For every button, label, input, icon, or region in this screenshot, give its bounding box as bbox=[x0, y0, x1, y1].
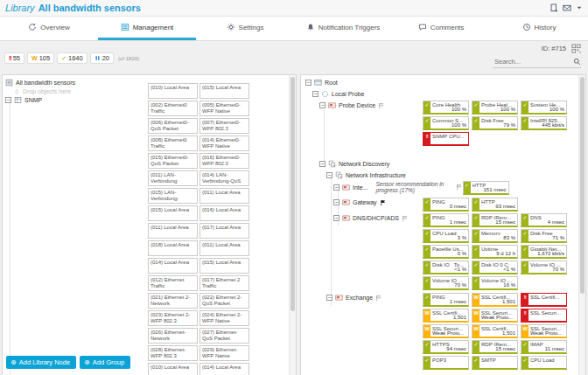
library-sensor-item[interactable]: (014) Local Area bbox=[200, 363, 249, 375]
tab-history[interactable]: History bbox=[490, 17, 588, 40]
library-sensor-item[interactable]: (007) Ethernet0-WFP 802.3 bbox=[200, 118, 249, 134]
library-sensor-item[interactable]: (015) LAN-Verbindung- bbox=[148, 188, 198, 204]
library-sensor-item[interactable]: (014) Ethernet0-WFP Native bbox=[200, 135, 249, 151]
library-sensor-item[interactable]: (012) Ethernet Traffic bbox=[148, 275, 198, 291]
collapse-icon[interactable]: − bbox=[333, 215, 340, 221]
tab-settings[interactable]: Settings bbox=[196, 17, 294, 40]
scrollbar-thumb[interactable] bbox=[290, 77, 295, 311]
sensor-https[interactable]: ✓HTTPS94 msec bbox=[423, 340, 469, 354]
library-sensor-item[interactable]: (015) Local Area bbox=[200, 258, 249, 274]
sensor-imap[interactable]: ✓IMAP11 msec bbox=[521, 340, 567, 354]
library-sensor-item[interactable]: (023) Ethernet 2-WFP 802.3 bbox=[148, 310, 198, 326]
sensor-uptime[interactable]: ✓Uptime9 d 12 h bbox=[472, 245, 518, 259]
status-count-up[interactable]: ✓1640 bbox=[57, 52, 88, 64]
status-count-down[interactable]: !!55 bbox=[4, 52, 24, 64]
library-scrollbar[interactable] bbox=[289, 75, 296, 375]
tree-node-dns-dhcp-ads[interactable]: −DNS/DHCP/ADS bbox=[304, 213, 423, 223]
library-sensor-item[interactable]: (010) Local Area bbox=[148, 363, 198, 375]
sensor-disk-free[interactable]: ✓Disk Free71 % bbox=[521, 229, 567, 243]
tree-node-inte[interactable]: −Inte...Sensor recommendation in progres… bbox=[304, 181, 463, 193]
sensor-http[interactable]: ✓HTTP93 msec bbox=[472, 198, 518, 212]
sensor-disk-free[interactable]: ✓Disk Free79 % bbox=[472, 116, 518, 130]
status-count-warning[interactable]: W105 bbox=[27, 52, 54, 64]
collapse-icon[interactable]: − bbox=[305, 80, 312, 86]
sensor-http[interactable]: ✓HTTP151 msec bbox=[463, 181, 509, 195]
library-sensor-item[interactable]: (016) Ethernet0-WFP 802.3 bbox=[200, 153, 249, 169]
scrollbar-thumb[interactable] bbox=[580, 77, 584, 294]
library-sensor-item[interactable]: (022) Ethernet 2-QoS Packet bbox=[200, 293, 249, 309]
library-sensor-item[interactable]: (028) Ethernet-WFP 802.3 bbox=[148, 345, 198, 361]
sensor-cpu-load[interactable]: ✓CPU Load3 % bbox=[423, 229, 469, 243]
library-sensor-item[interactable]: (015) Local Area bbox=[200, 83, 249, 99]
library-sensor-item[interactable]: (021) Ethernet 2-Network bbox=[148, 293, 198, 309]
flag-icon[interactable] bbox=[402, 215, 409, 222]
tab-notification-triggers[interactable]: Notification Triggers bbox=[294, 17, 392, 40]
sensor-volume-io[interactable]: ✓Volume IO ...70 % bbox=[423, 276, 469, 290]
library-sensor-item[interactable]: (014) LAN-Verbindung-QoS bbox=[200, 170, 249, 186]
collapse-icon[interactable]: − bbox=[319, 161, 326, 167]
tab-overview[interactable]: Overview bbox=[0, 17, 98, 40]
sensor-dns[interactable]: ✓DNS4 msec bbox=[521, 213, 567, 227]
status-count-paused[interactable]: 20 bbox=[90, 52, 114, 64]
library-sensor-item[interactable]: (015) Local Area bbox=[148, 205, 198, 221]
flag-icon[interactable] bbox=[456, 184, 463, 191]
collapse-icon[interactable]: − bbox=[5, 97, 11, 103]
collapse-icon[interactable]: − bbox=[333, 184, 340, 191]
sensor-ssl-certifi[interactable]: WSSL Certifi...1,501 bbox=[472, 293, 518, 307]
sensor-ssl-securi[interactable]: WSSL Securi...Weak Proto... bbox=[472, 309, 518, 323]
sensor-system-he[interactable]: ✓System He...100 % bbox=[521, 101, 567, 115]
collapse-icon[interactable]: − bbox=[326, 295, 332, 301]
collapse-icon[interactable]: − bbox=[326, 172, 332, 178]
tree-node-root[interactable]: −Root bbox=[304, 78, 578, 87]
tab-management[interactable]: Management bbox=[98, 17, 196, 40]
tree-node-probe-device[interactable]: −Probe Device bbox=[304, 101, 423, 110]
sensor-ssl-certifi[interactable]: !!SSL Certifi... bbox=[521, 293, 567, 307]
library-sensor-item[interactable]: (029) Ethernet-WFP Native bbox=[200, 345, 249, 361]
library-sensor-item[interactable]: (011) Local Area bbox=[148, 223, 198, 239]
collapse-icon[interactable]: − bbox=[319, 102, 326, 108]
search-icon[interactable] bbox=[573, 58, 581, 66]
sensor-rdp-rem[interactable]: ✓RDP (Rem...15 msec bbox=[472, 213, 518, 227]
sensor-core-health[interactable]: ✓Core Health100 % bbox=[423, 101, 469, 115]
tree-node-gateway[interactable]: −Gateway bbox=[304, 198, 423, 207]
sensor-intel-r-825[interactable]: ✓Intel[R] 825...445 kbit/s bbox=[521, 116, 567, 130]
flag-icon[interactable] bbox=[375, 295, 382, 302]
tree-node-network-discovery[interactable]: −Network Discovery bbox=[304, 159, 578, 169]
sensor-memory[interactable]: ✓Memory83 % bbox=[472, 229, 518, 243]
add-library-node-button[interactable]: ⊕ Add Library Node bbox=[6, 356, 76, 369]
flag-icon[interactable] bbox=[378, 102, 385, 109]
sensor-volume-io[interactable]: ✓Volume IO ...16 % bbox=[472, 276, 518, 290]
tree-node-local-probe[interactable]: −Local Probe bbox=[304, 89, 578, 99]
email-icon[interactable] bbox=[563, 3, 571, 12]
library-sensor-item[interactable]: (011) Local Area bbox=[200, 188, 249, 204]
library-sensor-item[interactable]: (008) Ethernet0 Traffic bbox=[148, 135, 198, 151]
add-group-button[interactable]: ⊕ Add Group bbox=[80, 356, 130, 369]
sensor-ping[interactable]: ✓PING1 msec bbox=[423, 293, 469, 307]
sensor-gigabit-net[interactable]: ✓Gigabit-Net...1,672 kbit/s bbox=[521, 245, 567, 259]
library-sensor-item[interactable]: (026) Ethernet-Network bbox=[148, 328, 198, 344]
library-sensor-item[interactable]: (017) Local Area bbox=[200, 223, 249, 239]
library-sensor-item[interactable]: (024) Ethernet 2-WFP Native bbox=[200, 310, 249, 326]
library-root-row[interactable]: All bandwidth sensors bbox=[5, 79, 75, 87]
sensor-volume-io[interactable]: ✓Volume IO ...70 % bbox=[521, 260, 567, 274]
library-sensor-item[interactable]: (005) Ethernet0-WFP Native bbox=[200, 101, 249, 116]
library-sensor-item[interactable]: (015) Ethernet0-QoS Packet bbox=[148, 153, 198, 169]
tree-node-network-infrastructure[interactable]: −Network Infrastructure bbox=[304, 170, 578, 180]
new-object-icon[interactable] bbox=[550, 3, 558, 12]
library-node-row[interactable]: − SNMP bbox=[5, 96, 75, 104]
sensor-common-s[interactable]: ✓Common S...100 % bbox=[423, 116, 469, 130]
library-sensor-item[interactable]: (011) LAN-Verbindung bbox=[148, 170, 198, 186]
library-sensor-item[interactable]: (018) Local Area bbox=[148, 240, 198, 256]
caret-down-icon[interactable] bbox=[576, 4, 583, 11]
library-sensor-item[interactable]: (027) Ethernet-QoS Packet bbox=[200, 328, 249, 344]
sensor-ping[interactable]: ✓PING1 msec bbox=[423, 213, 469, 227]
sensor-smtp[interactable]: ✓SMTP bbox=[472, 356, 518, 370]
library-sensor-item[interactable]: (016) Local Area bbox=[200, 205, 249, 221]
collapse-icon[interactable]: − bbox=[333, 199, 340, 205]
flag-icon[interactable] bbox=[380, 199, 387, 206]
collapse-icon[interactable]: − bbox=[312, 91, 318, 97]
tab-comments[interactable]: Comments bbox=[392, 17, 490, 40]
qr-code-icon[interactable] bbox=[571, 44, 581, 53]
tree-node-exchange[interactable]: −Exchange bbox=[304, 293, 423, 302]
sensor-ssl-securi[interactable]: !!SSL Securi... bbox=[521, 309, 567, 323]
